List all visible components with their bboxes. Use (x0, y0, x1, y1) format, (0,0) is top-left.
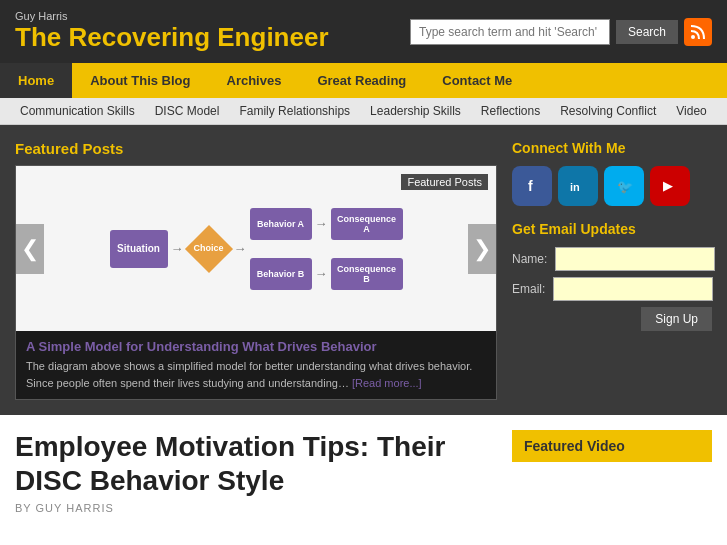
sub-nav: Communication Skills DISC Model Family R… (0, 98, 727, 125)
featured-box: Featured Posts ❮ Situation → Choice → (15, 165, 497, 400)
rss-icon[interactable] (684, 18, 712, 46)
behavior-a-box: Behavior A (250, 208, 312, 240)
site-header: Guy Harris The Recovering Engineer Searc… (0, 0, 727, 63)
email-section: Get Email Updates Name: Email: Sign Up (512, 221, 712, 331)
email-label: Email: (512, 282, 545, 296)
featured-posts-title: Featured Posts (15, 140, 497, 157)
svg-text:▶: ▶ (663, 179, 673, 193)
linkedin-icon[interactable]: in (558, 166, 598, 206)
svg-point-0 (691, 35, 695, 39)
name-field-row: Name: (512, 247, 712, 271)
svg-text:🐦: 🐦 (617, 178, 634, 195)
article-title: Employee Motivation Tips: Their DISC Beh… (15, 430, 497, 497)
facebook-icon[interactable]: f (512, 166, 552, 206)
search-input[interactable] (410, 19, 610, 45)
connect-title: Connect With Me (512, 140, 712, 156)
prev-slide-button[interactable]: ❮ (16, 224, 44, 274)
featured-badge: Featured Posts (401, 174, 488, 190)
name-label: Name: (512, 252, 547, 266)
site-name: Guy Harris (15, 10, 329, 22)
email-field-row: Email: (512, 277, 712, 301)
youtube-icon[interactable]: ▶ (650, 166, 690, 206)
main-nav: Home About This Blog Archives Great Read… (0, 63, 727, 98)
choice-box: Choice (193, 244, 223, 254)
nav-item-home[interactable]: Home (0, 63, 72, 98)
sub-nav-leadership[interactable]: Leadership Skills (360, 102, 471, 120)
sub-nav-reflections[interactable]: Reflections (471, 102, 550, 120)
nav-item-about[interactable]: About This Blog (72, 63, 208, 98)
situation-box: Situation (110, 230, 168, 268)
lower-left: Employee Motivation Tips: Their DISC Beh… (15, 430, 497, 514)
lower-area: Employee Motivation Tips: Their DISC Beh… (0, 415, 727, 529)
signup-button[interactable]: Sign Up (641, 307, 712, 331)
article-byline: by GUY HARRIS (15, 502, 497, 514)
connect-section: Connect With Me f in 🐦 ▶ (512, 140, 712, 206)
email-section-title: Get Email Updates (512, 221, 712, 237)
consequence-a-box: Consequence A (331, 208, 403, 240)
sub-nav-family[interactable]: Family Relationships (229, 102, 360, 120)
content-area: Featured Posts Featured Posts ❮ Situatio… (0, 125, 727, 415)
behavior-b-box: Behavior B (250, 258, 312, 290)
sub-nav-communication[interactable]: Communication Skills (10, 102, 145, 120)
read-more-link[interactable]: [Read more...] (352, 377, 422, 389)
consequence-b-box: Consequence B (331, 258, 403, 290)
next-slide-button[interactable]: ❯ (468, 224, 496, 274)
nav-item-contact[interactable]: Contact Me (424, 63, 530, 98)
slideshow-area: ❮ Situation → Choice → (16, 166, 496, 331)
site-title: The Recovering Engineer (15, 22, 329, 53)
sidebar: Connect With Me f in 🐦 ▶ Get Email Updat… (512, 140, 712, 400)
twitter-icon[interactable]: 🐦 (604, 166, 644, 206)
site-title-wrap: Guy Harris The Recovering Engineer (15, 10, 329, 53)
sub-nav-disc[interactable]: DISC Model (145, 102, 230, 120)
search-button[interactable]: Search (616, 20, 678, 44)
nav-item-archives[interactable]: Archives (209, 63, 300, 98)
social-icons: f in 🐦 ▶ (512, 166, 712, 206)
featured-posts-section: Featured Posts Featured Posts ❮ Situatio… (15, 140, 497, 400)
email-form: Name: Email: Sign Up (512, 247, 712, 331)
post-title-link[interactable]: A Simple Model for Understanding What Dr… (26, 339, 486, 354)
nav-item-reading[interactable]: Great Reading (299, 63, 424, 98)
post-description: The diagram above shows a simplified mod… (26, 358, 486, 391)
search-area: Search (410, 18, 712, 46)
email-input[interactable] (553, 277, 713, 301)
post-caption: A Simple Model for Understanding What Dr… (16, 331, 496, 399)
sub-nav-conflict[interactable]: Resolving Conflict (550, 102, 666, 120)
name-input[interactable] (555, 247, 715, 271)
sub-nav-video[interactable]: Video (666, 102, 716, 120)
svg-text:f: f (528, 178, 533, 194)
featured-video-label: Featured Video (512, 430, 712, 462)
diagram: Situation → Choice → Behavior A → (16, 166, 496, 331)
svg-text:in: in (570, 181, 580, 193)
lower-right: Featured Video (512, 430, 712, 514)
